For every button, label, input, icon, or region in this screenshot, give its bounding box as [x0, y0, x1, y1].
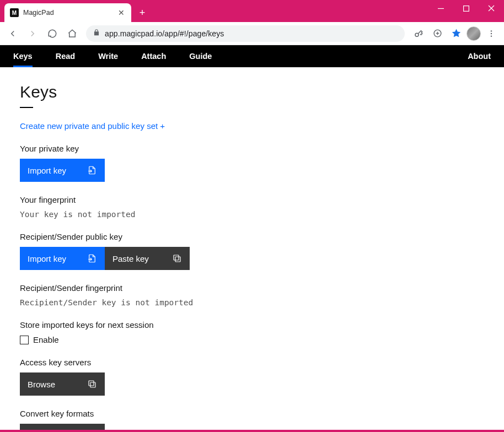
svg-point-8 [491, 30, 492, 31]
profile-avatar[interactable] [467, 26, 481, 41]
nav-keys[interactable]: Keys [13, 45, 33, 67]
window-titlebar: M MagicPad ✕ + [0, 0, 504, 22]
url-text: app.magicpad.io/app/#!/page/keys [105, 29, 224, 38]
recipient-fingerprint-label: Recipient/Sender fingerprint [20, 283, 454, 293]
svg-point-10 [491, 35, 492, 36]
public-key-label: Recipient/Sender public key [20, 232, 454, 241]
create-key-link[interactable]: Create new private and public key set + [20, 121, 454, 131]
store-label: Store imported keys for next session [20, 320, 454, 330]
nav-about[interactable]: About [468, 52, 491, 61]
import-public-key-button[interactable]: Import key [20, 247, 105, 270]
svg-rect-1 [463, 6, 469, 11]
bookmark-star-icon[interactable] [448, 25, 464, 42]
recipient-fingerprint-status: Recipient/Sender key is not imported [20, 298, 454, 307]
home-button[interactable] [64, 25, 81, 42]
open-window-icon [87, 379, 97, 389]
window-minimize-button[interactable] [428, 0, 453, 17]
svg-point-9 [491, 33, 492, 34]
back-button[interactable] [4, 25, 21, 42]
svg-rect-13 [90, 382, 95, 387]
add-site-icon[interactable] [429, 25, 446, 42]
browser-toolbar: app.magicpad.io/app/#!/page/keys [0, 22, 504, 45]
address-bar[interactable]: app.magicpad.io/app/#!/page/keys [86, 25, 405, 42]
browser-tab[interactable]: M MagicPad ✕ [4, 3, 131, 22]
convert-label: Convert key formats [20, 409, 454, 418]
reload-button[interactable] [44, 25, 61, 42]
browser-menu-icon[interactable] [483, 25, 500, 42]
import-private-key-label: Import key [28, 166, 76, 175]
import-public-key-label: Import key [28, 254, 76, 263]
window-maximize-button[interactable] [453, 0, 479, 17]
paste-public-key-button[interactable]: Paste key [105, 247, 190, 270]
window-close-button[interactable] [479, 0, 504, 17]
forward-button[interactable] [24, 25, 41, 42]
tab-title: MagicPad [23, 9, 112, 17]
page-body: Keys Create new private and public key s… [0, 67, 504, 430]
store-enable-label: Enable [33, 335, 59, 344]
store-enable-checkbox[interactable] [20, 336, 29, 344]
window-bottom-border [0, 430, 504, 432]
nav-attach[interactable]: Attach [141, 45, 166, 67]
fingerprint-status: Your key is not imported [20, 210, 454, 219]
tab-favicon: M [10, 8, 19, 17]
private-key-label: Your private key [20, 144, 454, 153]
copy-icon [172, 253, 182, 263]
import-file-icon [87, 253, 97, 263]
app-nav: Keys Read Write Attach Guide About [0, 45, 504, 67]
lock-icon [93, 29, 100, 39]
nav-write[interactable]: Write [98, 45, 118, 67]
new-tab-button[interactable]: + [135, 5, 150, 20]
nav-read[interactable]: Read [56, 45, 75, 67]
title-underline [20, 107, 33, 108]
key-icon[interactable] [410, 25, 427, 42]
servers-label: Access key servers [20, 358, 454, 367]
svg-rect-14 [89, 381, 94, 386]
svg-point-4 [415, 33, 419, 36]
browse-servers-label: Browse [28, 380, 65, 389]
close-tab-icon[interactable]: ✕ [117, 8, 126, 17]
svg-rect-11 [175, 257, 180, 262]
svg-rect-12 [174, 255, 179, 260]
import-private-key-button[interactable]: Import key [20, 159, 105, 182]
fingerprint-label: Your fingerprint [20, 195, 454, 204]
paste-public-key-label: Paste key [112, 254, 159, 263]
browse-servers-button[interactable]: Browse [20, 372, 105, 396]
import-file-icon [87, 165, 97, 175]
convert-button[interactable]: Convert [20, 424, 105, 430]
nav-guide[interactable]: Guide [189, 45, 212, 67]
page-title: Keys [20, 83, 454, 101]
